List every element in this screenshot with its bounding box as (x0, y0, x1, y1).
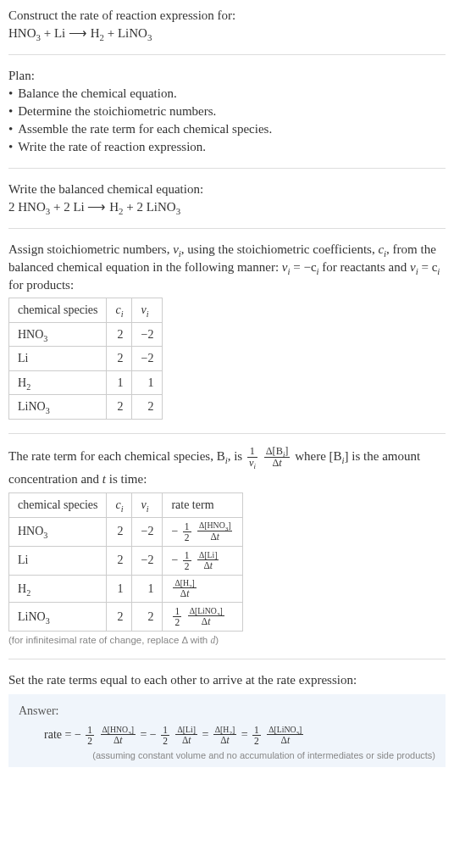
table-row: Li 2 −2 − 12 Δ[Li]Δt (9, 546, 243, 575)
divider (8, 54, 446, 55)
col-nu: νi (132, 298, 163, 323)
answer-header: Answer: (19, 703, 435, 720)
table-row: LiNO3 2 2 (9, 395, 163, 420)
col-nu: νi (132, 492, 163, 517)
table-header-row: chemical species ci νi rate term (9, 492, 243, 517)
stoich-table: chemical species ci νi HNO3 2 −2 Li 2 −2… (8, 298, 163, 420)
unbalanced-equation: HNO3 + Li ⟶ H2 + LiNO3 (8, 25, 446, 42)
divider (8, 228, 446, 229)
col-species: chemical species (9, 492, 107, 517)
rate-term-text: The rate term for each chemical species,… (8, 446, 446, 489)
plan-item: •Write the rate of reaction expression. (8, 138, 446, 156)
table-row: HNO3 2 −2 (9, 322, 163, 347)
answer-box: Answer: rate = − 12 Δ[HNO3]Δt = − 12 Δ[L… (8, 694, 446, 767)
balanced-equation: 2 HNO3 + 2 Li ⟶ H2 + 2 LiNO3 (8, 198, 446, 216)
balanced-header: Write the balanced chemical equation: (8, 181, 446, 198)
col-c: ci (107, 492, 132, 517)
table-row: H2 1 1 (9, 370, 163, 395)
col-species: chemical species (9, 298, 107, 323)
divider (8, 659, 446, 659)
rate-term-table: chemical species ci νi rate term HNO3 2 … (8, 492, 243, 632)
prompt-line: Construct the rate of reaction expressio… (8, 7, 446, 25)
plan-item: •Balance the chemical equation. (8, 85, 446, 103)
table-row: LiNO3 2 2 12 Δ[LiNO3]Δt (9, 603, 243, 632)
table-header-row: chemical species ci νi (9, 298, 163, 323)
col-rate: rate term (163, 492, 243, 517)
table-row: Li 2 −2 (9, 347, 163, 371)
answer-assumption-note: (assuming constant volume and no accumul… (19, 749, 435, 762)
assign-text: Assign stoichiometric numbers, νi, using… (8, 241, 446, 294)
divider (8, 433, 446, 434)
final-instruction: Set the rate terms equal to each other t… (8, 671, 446, 689)
rate-expression: rate = − 12 Δ[HNO3]Δt = − 12 Δ[Li]Δt = Δ… (19, 725, 435, 746)
table-row: HNO3 2 −2 − 12 Δ[HNO3]Δt (9, 517, 243, 546)
divider (8, 168, 446, 169)
plan-item: •Determine the stoichiometric numbers. (8, 103, 446, 120)
table-row: H2 1 1 Δ[H2]Δt (9, 575, 243, 602)
infinitesimal-note: (for infinitesimal rate of change, repla… (8, 633, 446, 647)
plan-item: •Assemble the rate term for each chemica… (8, 120, 446, 138)
col-c: ci (107, 298, 132, 323)
plan-header: Plan: (8, 67, 446, 85)
